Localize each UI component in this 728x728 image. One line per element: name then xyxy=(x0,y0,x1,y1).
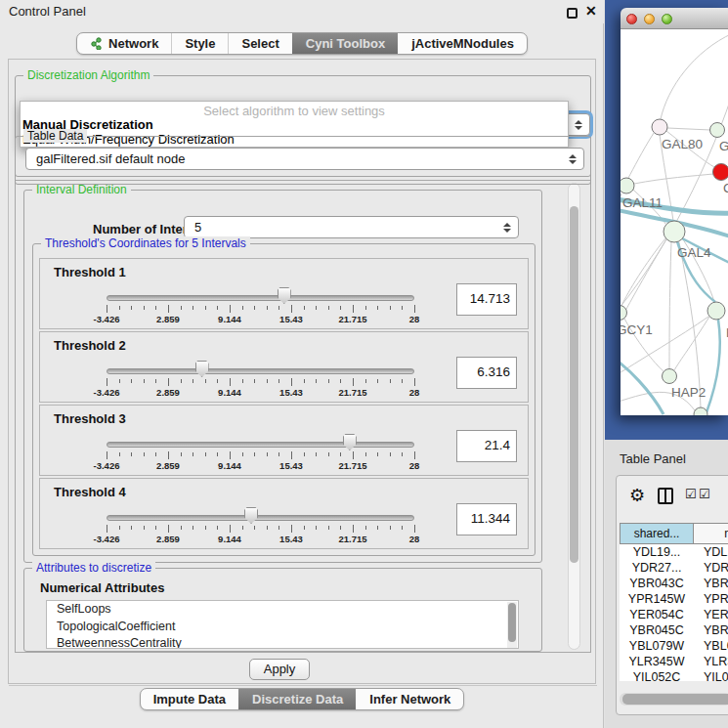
threshold-4-slider-thumb[interactable] xyxy=(244,507,258,524)
table-data-combobox[interactable]: galFiltered.sif default node xyxy=(25,148,584,170)
table-panel-body: ⚙ ☑ ☑ shared... n YDL19...YDL1YDR27...YD… xyxy=(616,475,728,715)
column-header-shared-name[interactable]: shared... xyxy=(620,523,694,544)
numerical-attributes-list[interactable]: SelfLoopsTopologicalCoefficientBetweenne… xyxy=(46,600,519,649)
threshold-1-slider-track[interactable] xyxy=(107,295,414,301)
network-node[interactable] xyxy=(621,306,627,321)
tab-label: Infer Network xyxy=(369,692,450,707)
table-row[interactable]: YPR145WYPR1 xyxy=(620,591,728,607)
slider-scale-labels: -3.4262.8599.14415.4321.71528 xyxy=(107,387,414,399)
network-node[interactable] xyxy=(707,302,725,320)
table-data-value: galFiltered.sif default node xyxy=(36,151,185,166)
tab-infer-network[interactable]: Infer Network xyxy=(356,689,463,709)
list-item[interactable]: SelfLoops xyxy=(47,601,518,619)
settings-scrollbar-thumb[interactable] xyxy=(570,206,578,563)
tab-network[interactable]: Network xyxy=(77,33,171,54)
network-edge[interactable] xyxy=(669,242,671,368)
network-edge[interactable] xyxy=(674,317,709,370)
tab-discretize-data[interactable]: Discretize Data xyxy=(238,689,356,709)
list-item[interactable]: TopologicalCoefficient xyxy=(47,619,518,636)
network-edge[interactable] xyxy=(628,133,654,178)
table-cell: YDL1 xyxy=(694,544,728,560)
threshold-4-slider-track[interactable] xyxy=(107,515,414,521)
tab-cyni-toolbox[interactable]: Cyni Toolbox xyxy=(292,33,398,54)
network-graph: GAL80GACGAL11GAL4GCY1HHAP2 xyxy=(621,29,728,415)
tab-jactivemnodules[interactable]: jActiveMNodules xyxy=(398,33,527,54)
close-icon[interactable]: ✕ xyxy=(585,3,597,19)
threshold-2-slider-track[interactable] xyxy=(107,368,414,374)
table-cell: YBR0 xyxy=(694,622,728,638)
tab-label: Discretize Data xyxy=(252,692,343,707)
network-canvas[interactable]: GAL80GACGAL11GAL4GCY1HHAP2 xyxy=(621,29,728,415)
table-row[interactable]: YBR043CYBR0 xyxy=(620,576,728,591)
number-of-intervals-combobox[interactable]: 5 xyxy=(184,216,519,238)
network-edge[interactable] xyxy=(621,354,664,414)
table-row[interactable]: YDR27...YDR2 xyxy=(620,560,728,576)
table-cell: YIL0 xyxy=(694,669,728,681)
apply-button[interactable]: Apply xyxy=(249,659,310,680)
table-horizontal-scrollbar-thumb[interactable] xyxy=(622,694,728,705)
table-row[interactable]: YBL079WYBL0 xyxy=(620,638,728,654)
threshold-2-block: Threshold 2 -3.4262.8599.14415.4321.7152… xyxy=(39,331,529,403)
node-table: shared... n YDL19...YDL1YDR27...YDR2YBR0… xyxy=(620,523,728,681)
table-row[interactable]: YLR345WYLR3 xyxy=(620,654,728,669)
slider-ticks xyxy=(107,305,414,314)
settings-scrollbar[interactable] xyxy=(568,183,580,650)
tab-select[interactable]: Select xyxy=(228,33,291,54)
dropdown-hint: Select algorithm to view settings xyxy=(21,104,568,118)
threshold-3-slider-track[interactable] xyxy=(107,442,414,448)
threshold-2-slider-thumb[interactable] xyxy=(195,361,209,377)
gear-icon[interactable]: ⚙ xyxy=(629,485,645,506)
threshold-1-slider-thumb[interactable] xyxy=(278,287,291,304)
control-panel: Control Panel ✕ Network Style Select xyxy=(0,0,604,728)
stepper-icon xyxy=(574,118,583,132)
table-horizontal-scrollbar[interactable] xyxy=(620,693,728,706)
list-scrollbar-thumb[interactable] xyxy=(508,603,516,642)
network-node[interactable] xyxy=(713,164,728,181)
threshold-1-value-field[interactable]: 14.713 xyxy=(456,283,517,316)
network-edge[interactable] xyxy=(667,128,710,130)
checkbox-icon[interactable]: ☑ xyxy=(699,487,710,501)
table-row[interactable]: YIL052CYIL0 xyxy=(620,669,728,681)
network-edge[interactable] xyxy=(679,242,701,407)
table-row[interactable]: YER054CYER0 xyxy=(620,607,728,622)
threshold-3-slider-thumb[interactable] xyxy=(343,434,357,450)
bottom-tabbar: Impute Data Discretize Data Infer Networ… xyxy=(0,688,604,710)
tab-label: Select xyxy=(241,36,278,51)
network-edge[interactable] xyxy=(621,238,665,306)
checkbox-icon[interactable]: ☑ xyxy=(685,487,697,501)
network-window-titlebar[interactable] xyxy=(621,8,728,29)
table-cell: YDR2 xyxy=(694,560,728,576)
network-node[interactable] xyxy=(621,178,634,193)
table-row[interactable]: YBR045CYBR0 xyxy=(620,622,728,638)
network-edge[interactable] xyxy=(707,320,720,412)
list-item[interactable]: BetweennessCentrality xyxy=(47,635,518,649)
thresholds-group-title: Threshold's Coordinates for 5 Intervals xyxy=(41,236,250,250)
network-node[interactable] xyxy=(694,407,707,415)
table-cell: YBL0 xyxy=(694,638,728,654)
split-pane-icon[interactable] xyxy=(658,488,673,504)
network-node[interactable] xyxy=(652,119,667,135)
table-row[interactable]: YDL19...YDL1 xyxy=(620,544,728,560)
network-edge[interactable] xyxy=(661,33,728,119)
threshold-4-value-field[interactable]: 11.344 xyxy=(456,503,517,535)
slider-ticks xyxy=(107,378,414,387)
float-icon[interactable] xyxy=(567,8,578,19)
table-data-group: Table Data galFiltered.sif default node xyxy=(15,136,591,177)
network-node[interactable] xyxy=(664,221,685,242)
threshold-3-label: Threshold 3 xyxy=(54,411,126,426)
threshold-3-value-field[interactable]: 21.4 xyxy=(456,430,517,462)
cyni-toolbox-panel: Discretization Algorithm Select algorith… xyxy=(8,59,596,684)
close-traffic-light-icon[interactable] xyxy=(626,14,637,24)
table-cell: YLR345W xyxy=(620,654,694,669)
network-node[interactable] xyxy=(710,123,725,138)
minimize-traffic-light-icon[interactable] xyxy=(644,14,655,24)
network-edge[interactable] xyxy=(634,174,713,184)
tab-impute-data[interactable]: Impute Data xyxy=(141,689,238,709)
threshold-2-value-field[interactable]: 6.316 xyxy=(456,357,517,389)
network-node[interactable] xyxy=(663,369,677,384)
zoom-traffic-light-icon[interactable] xyxy=(662,14,672,24)
table-cell: YBR0 xyxy=(694,576,728,591)
list-scrollbar[interactable] xyxy=(507,602,517,649)
column-header-name[interactable]: n xyxy=(694,523,728,544)
tab-style[interactable]: Style xyxy=(171,33,228,54)
